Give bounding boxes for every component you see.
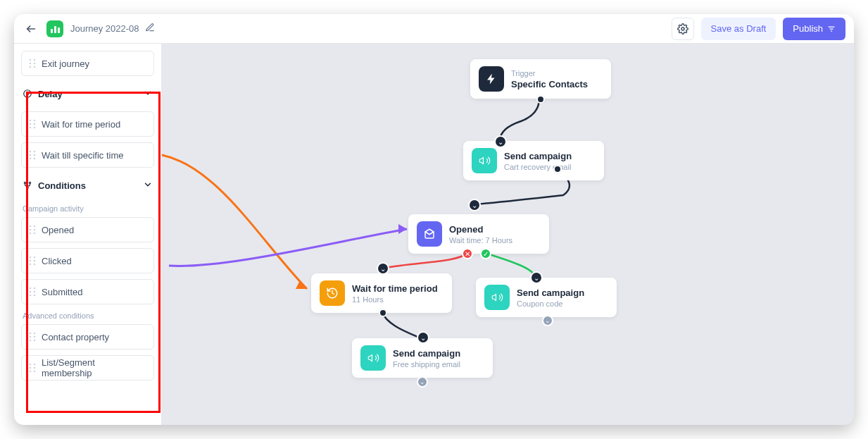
svg-point-31 — [34, 229, 36, 231]
svg-point-52 — [30, 364, 32, 366]
node-send-campaign-1[interactable]: Send campaign Cart recovery email — [463, 141, 604, 180]
svg-point-29 — [34, 225, 36, 228]
publish-icon — [827, 25, 836, 33]
connector-dot — [379, 309, 387, 317]
svg-point-18 — [30, 151, 32, 153]
drag-icon — [29, 225, 36, 235]
campaign-activity-label: Campaign activity — [21, 203, 154, 217]
svg-point-36 — [30, 260, 32, 262]
add-step-button[interactable]: ⌄ — [542, 315, 553, 326]
svg-point-23 — [34, 158, 36, 160]
svg-point-7 — [30, 63, 32, 65]
svg-point-44 — [30, 295, 32, 297]
drag-icon — [29, 332, 36, 342]
chevron-down-icon — [143, 88, 153, 100]
node-wait-sub: 11 Hours — [352, 295, 438, 304]
svg-point-34 — [30, 256, 32, 259]
save-draft-button[interactable]: Save as Draft — [701, 18, 776, 40]
connector-chevron: ⌄ — [530, 271, 543, 284]
drag-icon — [29, 150, 36, 160]
wait-specific-time-item[interactable]: Wait till specific time — [21, 142, 154, 168]
node-send2-sub: Coupon code — [517, 299, 584, 308]
svg-point-28 — [30, 225, 32, 228]
node-send-campaign-3[interactable]: Send campaign Free shipping email — [352, 338, 493, 378]
node-opened-title: Opened — [449, 224, 512, 235]
svg-point-53 — [34, 364, 36, 366]
svg-point-32 — [30, 233, 32, 235]
svg-point-5 — [30, 59, 32, 61]
settings-button[interactable] — [672, 18, 694, 40]
exit-journey-item[interactable]: Exit journey — [21, 51, 154, 76]
svg-point-12 — [30, 120, 32, 122]
svg-point-39 — [34, 264, 36, 266]
publish-button[interactable]: Publish — [783, 18, 845, 40]
connector-chevron: ⌄ — [417, 331, 429, 344]
conditions-section-header[interactable]: Conditions — [21, 173, 154, 197]
node-opened-sub: Wait time: 7 Hours — [449, 236, 512, 245]
svg-point-21 — [34, 154, 36, 156]
svg-point-42 — [30, 291, 32, 293]
contact-property-item[interactable]: Contact property — [21, 324, 154, 350]
svg-point-41 — [34, 287, 36, 290]
svg-point-10 — [34, 66, 36, 68]
app-logo — [46, 20, 63, 37]
back-button[interactable] — [23, 20, 39, 37]
node-trigger[interactable]: Trigger Specific Contacts — [470, 59, 611, 99]
drag-icon — [29, 287, 36, 297]
journey-title[interactable]: Journey 2022-08-3 — [70, 23, 139, 34]
chevron-down-icon — [143, 180, 153, 192]
node-send3-sub: Free shipping email — [393, 360, 460, 369]
connector-chevron: ⌄ — [494, 135, 507, 148]
svg-point-45 — [34, 295, 36, 297]
svg-point-6 — [34, 59, 36, 61]
drag-icon — [29, 256, 36, 266]
svg-point-37 — [34, 260, 36, 262]
svg-point-47 — [34, 333, 36, 335]
megaphone-icon — [360, 345, 386, 371]
node-send-campaign-2[interactable]: Send campaign Coupon code — [476, 278, 617, 317]
clicked-item[interactable]: Clicked — [21, 248, 154, 273]
submitted-item[interactable]: Submitted — [21, 279, 154, 304]
wait-period-item[interactable]: Wait for time period — [21, 111, 154, 137]
svg-point-57 — [34, 371, 36, 373]
list-segment-item[interactable]: List/Segment membership — [21, 355, 154, 381]
svg-point-19 — [34, 151, 36, 153]
svg-point-54 — [30, 367, 32, 369]
advanced-conditions-label: Advanced conditions — [21, 310, 154, 324]
exit-journey-label: Exit journey — [42, 58, 89, 69]
node-wait-title: Wait for time period — [352, 283, 438, 294]
connector-dot — [536, 95, 545, 104]
clock-icon — [23, 89, 32, 99]
svg-point-43 — [34, 291, 36, 293]
svg-point-56 — [30, 371, 32, 373]
svg-point-8 — [34, 63, 36, 65]
svg-point-49 — [34, 336, 36, 338]
megaphone-icon — [484, 285, 510, 310]
svg-point-50 — [30, 340, 32, 342]
node-wait[interactable]: Wait for time period 11 Hours — [311, 273, 452, 313]
svg-point-13 — [34, 120, 36, 122]
branch-icon — [23, 180, 32, 190]
node-trigger-label: Trigger — [511, 69, 588, 78]
node-send3-title: Send campaign — [393, 348, 460, 359]
svg-point-40 — [30, 287, 32, 290]
opened-item[interactable]: Opened — [21, 217, 154, 242]
svg-point-22 — [30, 158, 32, 160]
connector-dot — [553, 165, 562, 173]
svg-point-1 — [681, 27, 684, 30]
svg-marker-58 — [296, 280, 307, 289]
history-icon — [320, 280, 345, 306]
drag-icon — [29, 119, 36, 129]
svg-point-15 — [34, 123, 36, 125]
node-opened[interactable]: Opened Wait time: 7 Hours — [408, 214, 549, 254]
svg-point-51 — [34, 340, 36, 342]
svg-marker-59 — [398, 224, 407, 234]
svg-point-17 — [34, 127, 36, 129]
connector-chevron: ⌄ — [377, 262, 389, 275]
edit-title-icon[interactable] — [145, 23, 155, 35]
drag-icon — [29, 58, 36, 68]
svg-point-55 — [34, 367, 36, 369]
add-step-button[interactable]: ⌄ — [417, 376, 428, 388]
node-send2-title: Send campaign — [517, 287, 584, 298]
delay-section-header[interactable]: Delay — [21, 82, 154, 106]
